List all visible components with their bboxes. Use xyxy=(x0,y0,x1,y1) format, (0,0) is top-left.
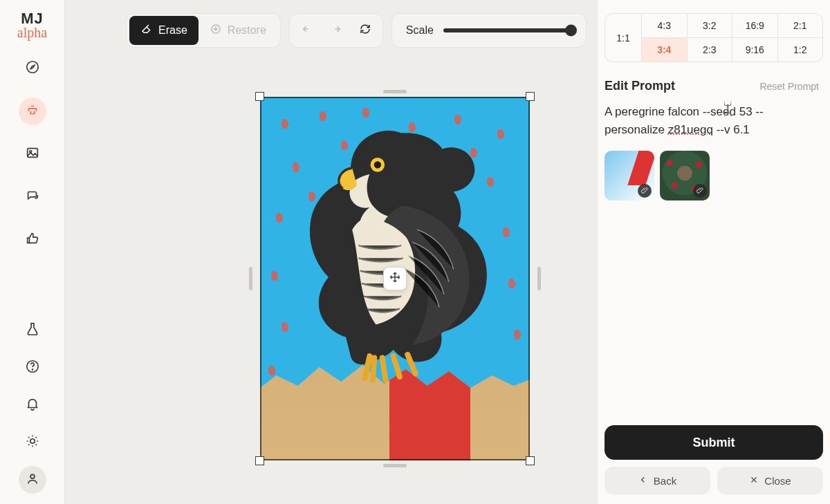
prompt-text-token: z81uegq xyxy=(668,123,713,136)
move-icon xyxy=(389,271,401,286)
restore-label: Restore xyxy=(228,24,266,37)
attachment-badge xyxy=(638,184,652,198)
svg-point-6 xyxy=(30,439,34,443)
chevron-left-icon xyxy=(638,475,648,487)
erase-button[interactable]: Erase xyxy=(129,16,199,45)
main: Erase Restore Scale xyxy=(65,0,830,504)
thumb-icon xyxy=(25,231,40,249)
close-button[interactable]: Close xyxy=(717,467,823,494)
bell-icon xyxy=(25,396,40,414)
crop-grip-br[interactable] xyxy=(526,456,535,465)
prompt-input[interactable]: A peregrine falcon --seed 53 --personali… xyxy=(605,103,823,138)
toolbar: Erase Restore Scale xyxy=(65,0,598,48)
ratio-4-3[interactable]: 4:3 xyxy=(641,14,687,37)
eraser-icon xyxy=(140,23,153,38)
prompt-text-post2: --v 6.1 xyxy=(713,123,750,136)
nav-theme[interactable] xyxy=(19,429,46,456)
crop-handle-bottom[interactable] xyxy=(383,464,407,467)
close-label: Close xyxy=(764,475,791,487)
reset-view-button[interactable] xyxy=(351,17,380,44)
erase-label: Erase xyxy=(158,24,187,37)
ratio-16-9[interactable]: 16:9 xyxy=(732,14,777,37)
refresh-icon xyxy=(359,23,371,38)
ratio-3-4[interactable]: 3:4 xyxy=(641,37,687,62)
reset-prompt-button[interactable]: Reset Prompt xyxy=(755,80,823,93)
ratio-1-2[interactable]: 1:2 xyxy=(777,37,823,62)
ratio-2-1[interactable]: 2:1 xyxy=(777,14,823,37)
crop-grip-bl[interactable] xyxy=(255,456,264,465)
nav-rate[interactable] xyxy=(19,226,46,254)
attachment-badge xyxy=(693,184,707,198)
undo-icon xyxy=(301,23,313,38)
crop-handle-top[interactable] xyxy=(383,90,407,93)
aspect-ratio-grid: 1:1 4:3 3:2 16:9 2:1 3:4 2:3 9:16 1:2 xyxy=(605,13,823,62)
undo-button[interactable] xyxy=(293,17,322,44)
svg-point-5 xyxy=(32,369,33,370)
nav-notifications[interactable] xyxy=(19,391,46,419)
svg-marker-1 xyxy=(30,65,35,69)
erase-restore-group: Erase Restore xyxy=(126,13,281,48)
text-cursor-icon xyxy=(723,103,732,115)
sun-icon xyxy=(25,433,40,451)
plus-circle-icon xyxy=(210,23,222,38)
flask-icon xyxy=(25,321,40,339)
canvas-area: Erase Restore Scale xyxy=(65,0,598,504)
history-group xyxy=(289,13,383,48)
nav-labs[interactable] xyxy=(19,317,46,344)
crop-frame[interactable] xyxy=(260,97,530,460)
user-icon xyxy=(25,471,40,489)
close-icon xyxy=(749,475,759,487)
ratio-3-2[interactable]: 3:2 xyxy=(687,14,732,37)
reference-image-1[interactable] xyxy=(605,151,654,200)
crop-handle-left[interactable] xyxy=(249,267,252,290)
nav-chat[interactable] xyxy=(19,183,46,211)
paperclip-icon xyxy=(697,185,704,197)
reference-image-2[interactable] xyxy=(660,151,710,200)
brush-icon xyxy=(25,102,40,120)
paperclip-icon xyxy=(641,185,649,197)
nav-create[interactable] xyxy=(19,97,46,125)
nav-gallery[interactable] xyxy=(19,140,46,168)
redo-button[interactable] xyxy=(322,17,351,44)
chat-icon xyxy=(25,188,40,206)
nav-account[interactable] xyxy=(19,466,46,494)
sidebar-bottom xyxy=(19,317,46,494)
edit-prompt-section: Edit Prompt Reset Prompt A peregrine fal… xyxy=(598,62,830,425)
edit-prompt-title: Edit Prompt xyxy=(605,79,675,93)
image-icon xyxy=(25,145,40,163)
ratio-1-1[interactable]: 1:1 xyxy=(605,14,641,62)
panel-footer: Submit Back Close xyxy=(598,425,830,504)
ratio-9-16[interactable]: 9:16 xyxy=(732,37,777,62)
scale-label: Scale xyxy=(406,24,434,37)
svg-point-7 xyxy=(30,474,35,478)
ratio-2-3[interactable]: 2:3 xyxy=(687,37,732,62)
scale-control[interactable]: Scale xyxy=(391,13,587,48)
back-button[interactable]: Back xyxy=(605,467,710,494)
svg-rect-2 xyxy=(27,149,37,158)
sidebar-nav xyxy=(19,55,46,254)
nav-help[interactable] xyxy=(19,354,46,382)
help-icon xyxy=(25,359,40,377)
submit-button[interactable]: Submit xyxy=(605,425,823,460)
logo-sub: alpha xyxy=(17,25,47,41)
right-panel: 1:1 4:3 3:2 16:9 2:1 3:4 2:3 9:16 1:2 Ed… xyxy=(598,0,830,504)
restore-button[interactable]: Restore xyxy=(199,16,277,45)
nav-explore[interactable] xyxy=(19,55,46,82)
svg-point-0 xyxy=(26,62,38,73)
scale-slider[interactable] xyxy=(443,28,572,32)
crop-grip-tl[interactable] xyxy=(255,92,264,101)
back-label: Back xyxy=(654,475,676,487)
sidebar: MJ alpha xyxy=(0,0,65,504)
crop-grip-tr[interactable] xyxy=(526,92,535,101)
crop-handle-right[interactable] xyxy=(537,267,541,290)
move-handle[interactable] xyxy=(383,267,407,290)
prompt-text-pre: A peregrine falcon --se xyxy=(605,105,723,118)
reference-images xyxy=(605,151,823,200)
compass-icon xyxy=(25,59,40,77)
redo-icon xyxy=(330,23,342,38)
